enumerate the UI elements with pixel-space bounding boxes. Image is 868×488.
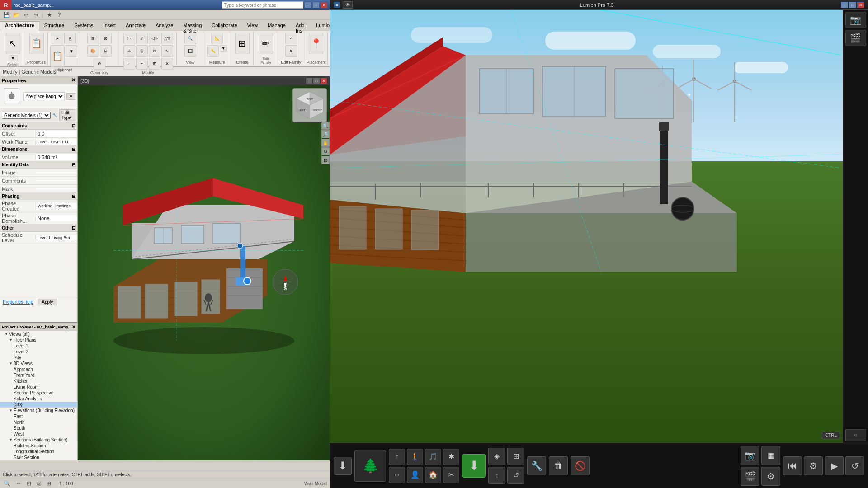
tree-kitchen[interactable]: Kitchen [0,378,77,384]
vp-minimize-btn[interactable]: ─ [306,78,312,84]
lumion-gear-btn[interactable]: ⚙ [761,467,780,486]
lumion-undo-bottom-btn[interactable]: ↺ [845,456,864,475]
modify-tool-btn[interactable]: ↖ [6,33,20,54]
tab-massing[interactable]: Massing & Site [178,21,207,31]
split-elem-btn[interactable]: ÷ [136,58,148,70]
measure-btn2[interactable]: 📏 [207,45,219,57]
lumion-rewind-btn[interactable]: ⏮ [783,456,802,475]
lumion-up-btn[interactable]: ↑ [488,467,505,484]
edit-family-btn[interactable]: ✏ [259,33,273,54]
cut-btn[interactable]: ✂ [52,33,63,44]
lumion-walk-btn[interactable]: 🚶 [407,449,423,465]
elevations-expand-icon[interactable]: ▼ [9,408,13,413]
lumion-minimize-btn[interactable]: ─ [841,2,848,8]
mirror-y-btn[interactable]: △▽ [161,33,173,44]
properties-close-btn[interactable]: ✕ [71,77,75,83]
rotate-btn[interactable]: ↻ [149,45,160,57]
tree-east[interactable]: East [0,413,77,419]
tree-sections[interactable]: ▼ Sections (Building Section) [0,437,77,443]
lumion-settings-right-btn[interactable]: ⚙ [845,429,866,441]
building-viewport[interactable]: S TOP LEFT [78,85,330,460]
lumion-layout1-btn[interactable]: ◈ [488,448,505,465]
qa-help-btn[interactable]: ? [55,11,64,19]
phase-created-value[interactable]: Working Drawings [35,203,77,209]
nav-icon-1[interactable]: 🔍 [3,480,11,487]
lumion-scissors-btn[interactable]: ✂ [443,467,459,483]
phase-demolish-value[interactable]: None [35,215,77,221]
tree-3d-active[interactable]: {3D} [0,402,77,408]
sections-expand-icon[interactable]: ▼ [9,438,13,442]
mirror-x-btn[interactable]: ◁▷ [149,33,160,44]
tab-view[interactable]: View [242,21,263,31]
qa-undo-btn[interactable]: ↩ [22,11,31,19]
qa-star-btn[interactable]: ★ [45,11,54,19]
lumion-eye-btn[interactable]: 👁 [343,1,353,9]
vp-zoom-in-btn[interactable]: 🔍 [321,122,330,130]
tab-structure[interactable]: Structure [39,21,70,31]
vp-zoom-out-btn[interactable]: 🔎 [321,130,330,138]
placement-btn[interactable]: 📍 [309,33,323,54]
family-type-dropdown[interactable]: fire place hang [23,92,65,100]
tree-level2[interactable]: Level 2 [0,349,77,355]
move-btn[interactable]: ✛ [123,45,135,57]
tree-floor-plans[interactable]: ▼ Floor Plans [0,337,77,343]
comments-value[interactable] [35,180,77,181]
lumion-delete-btn[interactable]: 🗑 [549,456,568,475]
lumion-tree-thumbnail[interactable]: 🌲 [354,450,386,482]
copy-btn[interactable]: ⎘ [64,33,76,44]
tree-living-room[interactable]: Living Room [0,384,77,390]
cut-geometry-btn[interactable]: ⊠ [100,33,112,44]
dimensions-expand-icon[interactable]: ⊟ [72,147,75,152]
tree-approach[interactable]: Approach [0,366,77,372]
view-btn1[interactable]: 🔍 [184,33,196,44]
split-btn[interactable]: ⊟ [100,45,112,57]
tab-collaborate[interactable]: Collaborate [207,21,242,31]
tab-manage[interactable]: Manage [263,21,291,31]
lumion-move-btn[interactable]: ↑ [389,449,405,465]
apply-btn[interactable]: Apply [38,299,57,305]
tree-3d-views[interactable]: ▼ 3D Views [0,361,77,366]
tree-section-perspective[interactable]: Section Perspective [0,390,77,396]
lumion-music-btn[interactable]: 🎵 [425,449,441,465]
lumion-maximize-btn[interactable]: □ [849,2,856,8]
tree-south[interactable]: South [0,425,77,431]
lumion-forward-btn[interactable]: ▶ [825,456,844,475]
lumion-video-rec-btn[interactable]: 🎬 [741,467,760,486]
measure-dropdown[interactable]: ▼ [220,45,227,52]
identity-expand-icon[interactable]: ⊟ [72,162,75,167]
vp-maximize-btn[interactable]: □ [313,78,320,84]
properties-btn[interactable]: 📋 [29,33,44,54]
scale-btn[interactable]: ⤡ [161,45,173,57]
tab-analyze[interactable]: Analyze [151,21,178,31]
tab-systems[interactable]: Systems [69,21,98,31]
lumion-video-btn[interactable]: 🎬 [845,30,866,46]
tree-building-section[interactable]: Building Section [0,443,77,449]
tree-level1[interactable]: Level 1 [0,343,77,349]
paste-btn[interactable]: 📋 [50,45,65,67]
lumion-person-btn[interactable]: 👤 [407,467,423,483]
trim-btn[interactable]: ⌐ [123,58,135,70]
vp-pan-btn[interactable]: ✋ [321,139,330,147]
tree-longitudinal-section[interactable]: Longitudinal Section [0,449,77,455]
lumion-export-btn[interactable]: ⬇ [462,454,486,478]
array-btn[interactable]: ⊞ [149,58,160,70]
measure-btn1[interactable]: 📐 [211,33,223,44]
lumion-undo-btn[interactable]: ↺ [507,467,524,484]
nav-icon-3[interactable]: ⊡ [26,480,32,487]
view-cube[interactable]: TOP LEFT FRONT [292,88,327,122]
schedule-level-value[interactable]: Level 1 Living Rm... [35,235,77,240]
nav-icon-4[interactable]: ◎ [36,480,42,487]
paste-options-btn[interactable]: ▼ [66,45,77,57]
tree-elevations[interactable]: ▼ Elevations (Building Elevation) [0,408,77,413]
nav-icon-2[interactable]: ↔ [15,480,22,487]
lumion-wrench-btn[interactable]: 🔧 [527,456,546,475]
lumion-360-btn[interactable]: ▦ [761,446,780,465]
3d-views-expand-icon[interactable]: ▼ [9,361,13,366]
lumion-settings-bottom-btn[interactable]: ⚙ [804,456,823,475]
nav-icon-5[interactable]: ⊞ [46,480,52,487]
lumion-camera-right-btn[interactable]: 📷 [845,12,866,28]
edit-type-btn[interactable]: Edit Type [59,109,75,121]
tree-from-yard[interactable]: From Yard [0,372,77,378]
tab-addins[interactable]: Add-Ins [291,21,311,31]
tree-solar-analysis[interactable]: Solar Analysis [0,396,77,402]
